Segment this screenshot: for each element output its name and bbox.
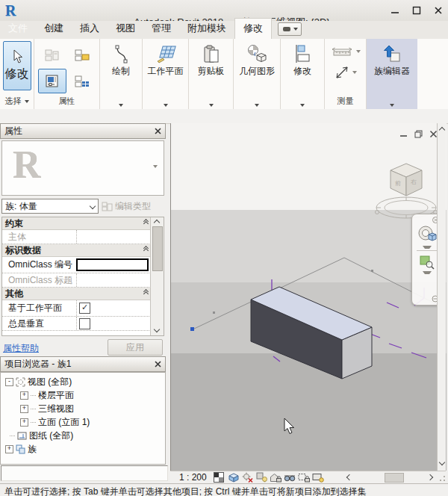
measure-panel-label[interactable]: 测量 [325,94,366,108]
drawing-area[interactable]: 前 右 [170,123,446,471]
draw-panel-label[interactable] [100,102,142,108]
collapse-expander[interactable]: - [5,378,13,386]
ribbon: 修改 选择 [0,39,448,110]
view-scale-button[interactable]: 1 : 200 [179,472,207,483]
family-editor-panel-label[interactable] [367,102,417,108]
family-category-button[interactable] [68,43,96,67]
always-vertical-checkbox[interactable] [79,318,90,329]
tree-item-families[interactable]: + 族 [1,442,165,456]
group-identity-data[interactable]: 标识数据 [2,244,151,257]
tab-file[interactable]: 文件 [0,19,36,39]
family-types-button[interactable] [38,43,66,67]
steering-wheel-button[interactable] [417,225,437,244]
project-browser-close-button[interactable] [155,361,161,368]
group-constraints[interactable]: 约束 [2,217,151,230]
properties-help-link[interactable]: 属性帮助 [3,342,39,355]
visual-style-button[interactable] [227,472,240,483]
clipboard-panel-label[interactable] [189,102,233,108]
sun-path-button[interactable] [241,472,254,483]
panel-modify-tools: 修改 [281,39,325,109]
wheel-dropdown-arrow-icon[interactable] [423,246,432,249]
detail-level-button[interactable] [213,472,225,483]
doc-restore-icon[interactable] [414,130,423,138]
scroll-right-icon[interactable] [427,474,433,480]
family-editor-button[interactable]: 族编辑器 [374,41,410,78]
shadows-button[interactable] [255,472,268,483]
type-selector-value: 族: 体量 [5,200,37,213]
origin-point[interactable] [190,327,194,331]
apply-button[interactable]: 应用 [108,339,163,356]
close-button[interactable] [432,4,444,16]
row-omniclass-title[interactable]: OmniClass 标题 [2,273,151,288]
resize-grip[interactable] [437,473,446,482]
row-omniclass-number[interactable]: OmniClass 编号 [2,257,151,273]
hscroll-thumb[interactable] [385,473,404,483]
geometry-icon [246,44,267,63]
modify-tools-button[interactable]: 修改 [293,41,311,78]
edit-type-button[interactable]: 编辑类型 [102,200,151,213]
tab-view[interactable]: 视图 [108,19,143,39]
type-selector[interactable]: 族: 体量 [1,199,99,214]
tree-item-floor-plans[interactable]: + 楼层平面 [1,388,165,402]
elevation-marker[interactable] [213,311,215,314]
draw-button[interactable]: 绘制 [112,41,130,78]
tab-insert[interactable]: 插入 [72,19,108,39]
tree-item-views[interactable]: - 视图 (全部) [1,375,165,388]
locked-3d-view-button[interactable] [270,472,282,483]
tab-addins[interactable]: 附加模块 [179,19,234,39]
tree-item-sheets[interactable]: 图纸 (全部) [1,429,165,442]
select-panel-label[interactable]: 选择 [0,94,34,108]
geometry-button[interactable]: 几何图形 [239,41,275,78]
modify-panel-label[interactable] [281,102,324,108]
doc-minimize-icon[interactable] [399,130,408,138]
hscroll-track[interactable] [358,473,422,483]
measure-ruler-button[interactable] [329,41,363,62]
crop-region-button[interactable] [298,472,311,483]
geometry-panel-label[interactable] [234,102,280,108]
ui-tiles-button[interactable] [68,69,96,93]
clipboard-button[interactable]: 剪贴板 [198,41,225,78]
work-plane-button[interactable]: 工作平面 [148,41,184,78]
scroll-up-icon[interactable] [439,127,445,133]
reveal-hidden-elements-button[interactable] [312,472,325,483]
scrollbar-thumb[interactable] [152,226,163,271]
expand-expander[interactable]: + [5,445,13,453]
tree-item-3d-views[interactable]: + 三维视图 [1,402,165,415]
expand-expander[interactable]: + [20,418,28,427]
properties-palette-toggle[interactable] [38,69,66,93]
measure-diagonal-button[interactable] [329,62,363,83]
dropdown-arrow-icon [119,104,123,107]
scroll-down-icon[interactable] [439,459,445,465]
scroll-left-icon[interactable] [346,474,352,480]
zoom-dropdown-arrow-icon[interactable] [423,271,432,274]
row-always-vertical[interactable]: 总是垂直 [2,317,151,331]
properties-close-button[interactable] [155,128,161,134]
tab-modify[interactable]: 修改 [234,18,272,39]
temporary-hide-isolate-button[interactable] [284,472,296,483]
vertical-scrollbar[interactable] [437,123,446,471]
maximize-button[interactable] [411,4,422,16]
row-host[interactable]: 主体 [2,230,151,244]
tab-manage[interactable]: 管理 [143,19,179,39]
properties-panel-label[interactable]: 属性 [34,94,99,108]
scroll-up-icon[interactable] [154,220,160,226]
properties-palette-header[interactable]: 属性 [0,123,166,139]
horizontal-scrollbar[interactable] [347,473,446,483]
row-work-plane-based[interactable]: 基于工作平面 ✓ [2,300,151,317]
tab-create[interactable]: 创建 [36,19,72,39]
modify-tool-button[interactable]: 修改 [3,41,31,90]
scroll-down-icon[interactable] [154,326,160,332]
project-browser-header[interactable]: 项目浏览器 - 族1 [0,356,166,372]
minimize-button[interactable] [389,4,400,16]
ribbon-display-toggle[interactable] [278,22,302,36]
expand-expander[interactable]: + [20,405,28,413]
properties-scrollbar[interactable] [150,217,164,335]
elevation-marker[interactable] [371,270,373,272]
expand-expander[interactable]: + [20,391,28,400]
group-other[interactable]: 其他 [2,288,151,300]
work-plane-based-checkbox[interactable]: ✓ [79,303,90,314]
zoom-button[interactable] [420,255,435,270]
tree-item-elevations[interactable]: + 立面 (立面 1) [1,415,165,429]
omniclass-number-input[interactable] [76,258,149,271]
work-plane-panel-label[interactable] [143,102,188,108]
